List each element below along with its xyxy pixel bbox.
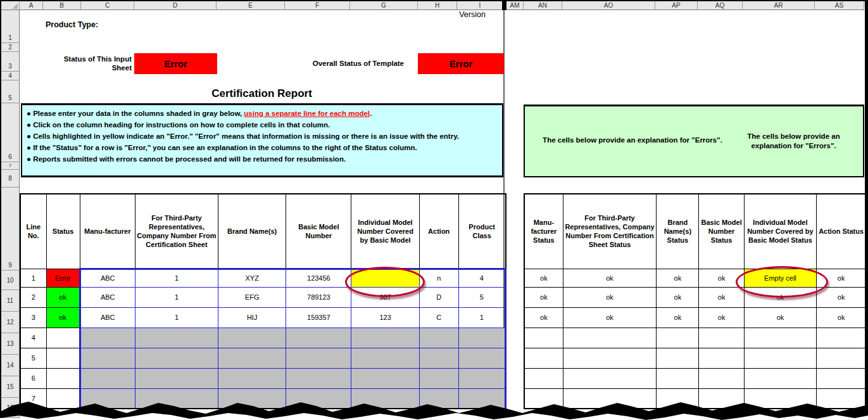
table-column-header[interactable]: Action bbox=[419, 194, 458, 269]
table-cell[interactable]: 1 bbox=[135, 287, 218, 307]
column-header-E[interactable]: E bbox=[217, 1, 285, 10]
table-cell[interactable]: ok bbox=[563, 287, 657, 307]
table-cell[interactable]: ok bbox=[563, 307, 657, 328]
table-cell[interactable]: 1 bbox=[135, 307, 218, 328]
row-header-2[interactable]: 2 bbox=[1, 43, 20, 52]
table-cell[interactable]: HIJ bbox=[218, 307, 286, 328]
table-cell[interactable] bbox=[524, 368, 563, 388]
table-cell[interactable] bbox=[80, 368, 135, 388]
table-cell[interactable] bbox=[286, 388, 351, 409]
line-number-cell[interactable]: 3 bbox=[20, 307, 46, 328]
table-column-header[interactable]: Manu-facturer Status bbox=[524, 194, 563, 269]
table-cell[interactable]: 4 bbox=[458, 269, 505, 287]
table-cell[interactable] bbox=[817, 388, 866, 409]
table-cell[interactable] bbox=[699, 348, 744, 368]
table-column-header[interactable]: Basic Model Number bbox=[286, 194, 351, 269]
row-header-10[interactable]: 10 bbox=[1, 270, 20, 290]
table-cell[interactable] bbox=[351, 348, 419, 368]
table-cell[interactable] bbox=[699, 328, 744, 348]
table-cell[interactable] bbox=[458, 388, 505, 409]
line-number-cell[interactable]: 2 bbox=[20, 287, 46, 307]
error-highlighted-cell[interactable]: Empty cell bbox=[744, 269, 816, 287]
column-header-AS[interactable]: AS bbox=[815, 1, 864, 10]
row-header-11[interactable]: 11 bbox=[1, 290, 20, 312]
column-header-AO[interactable]: AO bbox=[562, 1, 655, 10]
table-cell[interactable] bbox=[699, 368, 744, 388]
table-cell[interactable]: ABC bbox=[80, 307, 135, 328]
table-cell[interactable] bbox=[458, 368, 505, 388]
table-cell[interactable] bbox=[218, 348, 286, 368]
table-cell[interactable]: ok bbox=[817, 287, 866, 307]
table-cell[interactable] bbox=[744, 348, 816, 368]
table-column-header[interactable]: Manu-facturer bbox=[80, 194, 135, 269]
table-column-header[interactable]: Brand Name(s) Status bbox=[657, 194, 699, 269]
table-cell[interactable]: 159357 bbox=[286, 307, 351, 328]
table-cell[interactable] bbox=[135, 348, 218, 368]
row-header-1[interactable]: 1 bbox=[1, 10, 20, 43]
table-cell[interactable] bbox=[286, 328, 351, 348]
table-cell[interactable]: ok bbox=[657, 287, 699, 307]
select-all-corner[interactable] bbox=[1, 1, 20, 10]
status-cell[interactable] bbox=[46, 388, 80, 409]
table-cell[interactable] bbox=[563, 388, 657, 409]
column-header-H[interactable]: H bbox=[418, 1, 457, 10]
table-cell[interactable] bbox=[80, 388, 135, 409]
table-cell[interactable]: EFG bbox=[218, 287, 286, 307]
table-cell[interactable] bbox=[817, 368, 866, 388]
row-header-13[interactable]: 13 bbox=[1, 333, 20, 355]
table-cell[interactable]: ABC bbox=[80, 269, 135, 287]
table-column-header[interactable]: For Third-Party Representatives, Company… bbox=[135, 194, 218, 269]
table-column-header[interactable]: Line No. bbox=[20, 194, 46, 269]
table-cell[interactable]: 1 bbox=[135, 269, 218, 287]
line-number-cell[interactable]: 5 bbox=[20, 348, 46, 368]
table-cell[interactable] bbox=[563, 328, 657, 348]
column-header-I[interactable]: I bbox=[457, 1, 503, 10]
table-cell[interactable] bbox=[744, 388, 816, 409]
table-cell[interactable] bbox=[80, 348, 135, 368]
table-cell[interactable]: ok bbox=[817, 307, 866, 328]
table-cell[interactable] bbox=[458, 348, 505, 368]
table-cell[interactable]: 987 bbox=[351, 287, 419, 307]
status-cell[interactable]: ok bbox=[46, 287, 80, 307]
column-header-AQ[interactable]: AQ bbox=[698, 1, 743, 10]
table-cell[interactable] bbox=[657, 328, 699, 348]
table-cell[interactable] bbox=[524, 328, 563, 348]
table-cell[interactable] bbox=[218, 368, 286, 388]
table-cell[interactable]: 789123 bbox=[286, 287, 351, 307]
column-header-B[interactable]: B bbox=[43, 1, 81, 10]
column-header-AP[interactable]: AP bbox=[655, 1, 698, 10]
row-header-9[interactable]: 9 bbox=[1, 188, 20, 270]
table-cell[interactable] bbox=[657, 368, 699, 388]
table-cell[interactable] bbox=[218, 328, 286, 348]
table-cell[interactable] bbox=[817, 328, 866, 348]
column-header-G[interactable]: G bbox=[350, 1, 418, 10]
row-header-15[interactable]: 15 bbox=[1, 376, 20, 398]
status-cell[interactable]: Error bbox=[46, 269, 80, 287]
table-cell[interactable]: ok bbox=[699, 307, 744, 328]
table-cell[interactable] bbox=[744, 328, 816, 348]
table-cell[interactable] bbox=[657, 388, 699, 409]
table-cell[interactable] bbox=[699, 388, 744, 409]
table-cell[interactable]: C bbox=[419, 307, 458, 328]
table-cell[interactable] bbox=[524, 348, 563, 368]
table-cell[interactable]: ok bbox=[699, 287, 744, 307]
table-column-header[interactable]: Individual Model Number Covered by Basic… bbox=[744, 194, 816, 269]
column-header-C[interactable]: C bbox=[81, 1, 134, 10]
status-cell[interactable] bbox=[46, 368, 80, 388]
table-column-header[interactable]: Product Class bbox=[458, 194, 505, 269]
table-cell[interactable] bbox=[351, 388, 419, 409]
row-header-14[interactable]: 14 bbox=[1, 355, 20, 376]
overall-status-badge[interactable]: Error bbox=[418, 53, 504, 74]
line-number-cell[interactable]: 7 bbox=[20, 388, 46, 409]
row-header-5[interactable]: 5 bbox=[1, 80, 20, 103]
column-header-F[interactable]: F bbox=[285, 1, 350, 10]
status-cell[interactable]: ok bbox=[46, 307, 80, 328]
table-cell[interactable]: 123 bbox=[351, 307, 419, 328]
column-header-AR[interactable]: AR bbox=[743, 1, 815, 10]
table-cell[interactable] bbox=[135, 388, 218, 409]
table-cell[interactable]: 1 bbox=[458, 307, 505, 328]
line-number-cell[interactable]: 6 bbox=[20, 368, 46, 388]
table-cell[interactable] bbox=[657, 348, 699, 368]
table-cell[interactable] bbox=[286, 348, 351, 368]
column-header-D[interactable]: D bbox=[134, 1, 217, 10]
